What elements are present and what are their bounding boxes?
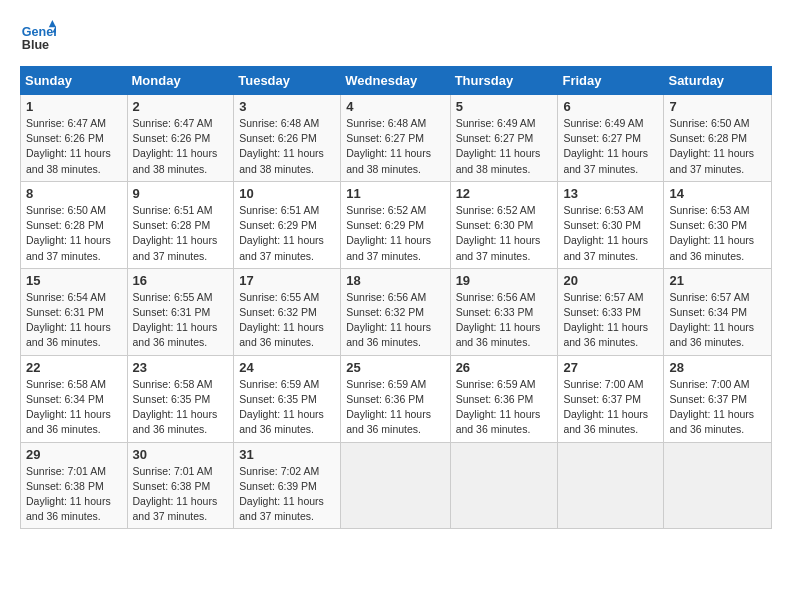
table-row: 3Sunrise: 6:48 AMSunset: 6:26 PMDaylight…: [234, 95, 341, 182]
col-saturday: Saturday: [664, 67, 772, 95]
table-row: 2Sunrise: 6:47 AMSunset: 6:26 PMDaylight…: [127, 95, 234, 182]
col-sunday: Sunday: [21, 67, 128, 95]
calendar-table: Sunday Monday Tuesday Wednesday Thursday…: [20, 66, 772, 529]
table-row: 25Sunrise: 6:59 AMSunset: 6:36 PMDayligh…: [341, 355, 450, 442]
table-row: 11Sunrise: 6:52 AMSunset: 6:29 PMDayligh…: [341, 181, 450, 268]
table-row: [341, 442, 450, 529]
table-row: 10Sunrise: 6:51 AMSunset: 6:29 PMDayligh…: [234, 181, 341, 268]
table-row: 22Sunrise: 6:58 AMSunset: 6:34 PMDayligh…: [21, 355, 128, 442]
table-row: [558, 442, 664, 529]
table-row: 7Sunrise: 6:50 AMSunset: 6:28 PMDaylight…: [664, 95, 772, 182]
table-row: 13Sunrise: 6:53 AMSunset: 6:30 PMDayligh…: [558, 181, 664, 268]
svg-marker-2: [49, 20, 56, 27]
table-row: 28Sunrise: 7:00 AMSunset: 6:37 PMDayligh…: [664, 355, 772, 442]
col-friday: Friday: [558, 67, 664, 95]
table-row: 23Sunrise: 6:58 AMSunset: 6:35 PMDayligh…: [127, 355, 234, 442]
table-row: 17Sunrise: 6:55 AMSunset: 6:32 PMDayligh…: [234, 268, 341, 355]
table-row: 16Sunrise: 6:55 AMSunset: 6:31 PMDayligh…: [127, 268, 234, 355]
table-row: [664, 442, 772, 529]
col-wednesday: Wednesday: [341, 67, 450, 95]
logo: General Blue: [20, 20, 62, 56]
logo-icon: General Blue: [20, 20, 56, 56]
table-row: 26Sunrise: 6:59 AMSunset: 6:36 PMDayligh…: [450, 355, 558, 442]
table-row: 12Sunrise: 6:52 AMSunset: 6:30 PMDayligh…: [450, 181, 558, 268]
col-tuesday: Tuesday: [234, 67, 341, 95]
table-row: 20Sunrise: 6:57 AMSunset: 6:33 PMDayligh…: [558, 268, 664, 355]
col-thursday: Thursday: [450, 67, 558, 95]
table-row: 9Sunrise: 6:51 AMSunset: 6:28 PMDaylight…: [127, 181, 234, 268]
table-row: 27Sunrise: 7:00 AMSunset: 6:37 PMDayligh…: [558, 355, 664, 442]
table-row: 5Sunrise: 6:49 AMSunset: 6:27 PMDaylight…: [450, 95, 558, 182]
table-row: 1Sunrise: 6:47 AMSunset: 6:26 PMDaylight…: [21, 95, 128, 182]
table-row: 19Sunrise: 6:56 AMSunset: 6:33 PMDayligh…: [450, 268, 558, 355]
table-row: 29Sunrise: 7:01 AMSunset: 6:38 PMDayligh…: [21, 442, 128, 529]
svg-text:Blue: Blue: [22, 38, 49, 52]
page-header: General Blue: [20, 20, 772, 56]
table-row: 24Sunrise: 6:59 AMSunset: 6:35 PMDayligh…: [234, 355, 341, 442]
header-row: Sunday Monday Tuesday Wednesday Thursday…: [21, 67, 772, 95]
col-monday: Monday: [127, 67, 234, 95]
table-row: 15Sunrise: 6:54 AMSunset: 6:31 PMDayligh…: [21, 268, 128, 355]
table-row: 14Sunrise: 6:53 AMSunset: 6:30 PMDayligh…: [664, 181, 772, 268]
table-row: 4Sunrise: 6:48 AMSunset: 6:27 PMDaylight…: [341, 95, 450, 182]
table-row: 8Sunrise: 6:50 AMSunset: 6:28 PMDaylight…: [21, 181, 128, 268]
table-row: [450, 442, 558, 529]
table-row: 21Sunrise: 6:57 AMSunset: 6:34 PMDayligh…: [664, 268, 772, 355]
table-row: 30Sunrise: 7:01 AMSunset: 6:38 PMDayligh…: [127, 442, 234, 529]
table-row: 6Sunrise: 6:49 AMSunset: 6:27 PMDaylight…: [558, 95, 664, 182]
table-row: 18Sunrise: 6:56 AMSunset: 6:32 PMDayligh…: [341, 268, 450, 355]
table-row: 31Sunrise: 7:02 AMSunset: 6:39 PMDayligh…: [234, 442, 341, 529]
